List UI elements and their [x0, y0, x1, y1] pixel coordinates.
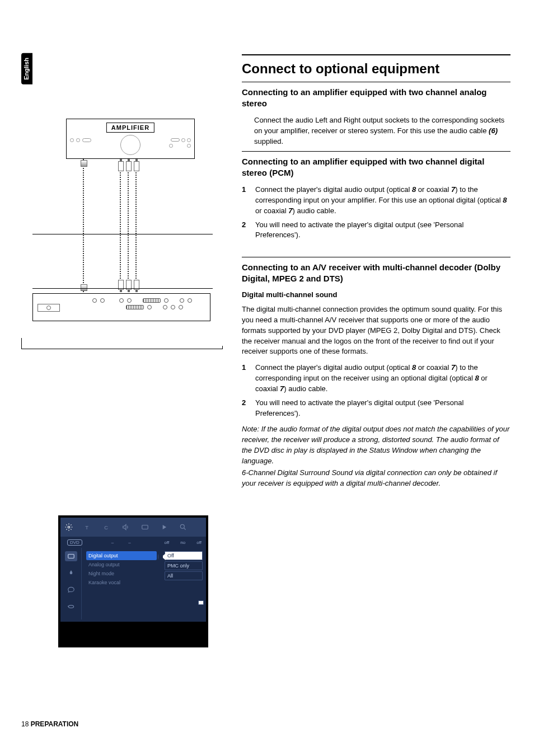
osd-left-nav	[60, 548, 82, 619]
footer: 18 PREPARATION	[21, 720, 78, 728]
status-value: no	[180, 540, 185, 545]
amplifier-box: AMPLIFIER	[66, 119, 195, 159]
amplifier-label: AMPLIFIER	[106, 123, 154, 133]
socket-ref: 8	[475, 374, 479, 382]
osd-screenshot: T C DVD –– off no off Digital	[58, 515, 208, 647]
cable-icon	[120, 159, 121, 292]
body-text: Connect the audio Left and Right output …	[254, 115, 510, 147]
menu-item: Digital output	[86, 551, 157, 560]
text: ) audio cable.	[284, 384, 327, 393]
option-item: PMC only	[165, 561, 203, 570]
audio-tab-icon	[65, 568, 77, 578]
note-text: 6-Channel Digital Surround Sound via dig…	[242, 468, 510, 489]
svg-line-8	[68, 606, 68, 607]
option-item: All	[165, 571, 203, 580]
osd-status-row: DVD –– off no off	[60, 537, 206, 548]
disc-tray-icon	[38, 304, 60, 312]
text: Connect the player's digital audio outpu…	[255, 363, 412, 372]
settings-icon	[65, 523, 73, 531]
cable-icon	[83, 159, 84, 292]
svg-rect-3	[142, 525, 148, 529]
osd-topbar: T C	[60, 518, 206, 537]
svg-line-5	[184, 528, 186, 530]
svg-point-0	[68, 526, 70, 528]
status-value: off	[165, 540, 170, 545]
section-multichannel: Connecting to an A/V receiver with multi…	[242, 257, 510, 489]
osd-options: Off PMC only All	[161, 548, 206, 619]
status-value: off	[196, 540, 202, 545]
language-tab: English	[21, 53, 32, 84]
text: or coaxial	[255, 206, 288, 215]
zoom-icon	[179, 523, 187, 531]
svg-point-7	[68, 605, 73, 608]
page-number: 18	[21, 720, 29, 728]
diagram-rule	[32, 234, 213, 234]
list-item: 1 Connect the player's digital audio out…	[242, 363, 510, 395]
diagram-frame	[21, 338, 22, 346]
text: or coaxial	[416, 185, 451, 194]
svg-point-4	[180, 524, 184, 528]
menu-item: Night mode	[86, 569, 157, 578]
text: You will need to activate the player's d…	[255, 220, 463, 240]
language-tab-icon	[65, 585, 77, 595]
cable-icon	[128, 159, 129, 292]
section-digital-stereo: Connecting to an amplifier equipped with…	[242, 151, 510, 244]
text: ) audio cable.	[292, 206, 336, 215]
svg-rect-6	[68, 555, 74, 558]
section-heading: Connecting to an amplifier equipped with…	[242, 82, 510, 109]
video-tab-icon	[65, 551, 77, 561]
nav-hint-icon	[198, 600, 204, 605]
subtitle-icon	[141, 523, 149, 531]
features-tab-icon	[65, 602, 77, 612]
text: Connect the audio Left and Right output …	[254, 116, 504, 135]
dvd-player-box	[32, 293, 210, 321]
list-item: 1 Connect the player's digital audio out…	[242, 185, 510, 217]
section-analog-stereo: Connecting to an amplifier equipped with…	[242, 82, 510, 147]
pointer-icon	[158, 553, 166, 560]
list-item: 2You will need to activate the player's …	[242, 398, 510, 419]
cable-ref: (6)	[489, 126, 498, 135]
audio-icon	[122, 523, 130, 531]
text: Connect the player's digital audio outpu…	[255, 185, 412, 194]
footer-section: PREPARATION	[31, 720, 79, 728]
text: supplied.	[254, 137, 283, 145]
body-text: The digital multi-channel connection pro…	[242, 304, 510, 357]
diagram-base	[21, 346, 223, 349]
wiring-diagram: AMPLIFIER	[32, 119, 210, 342]
list-item: 2You will need to activate the player's …	[242, 220, 510, 241]
text: You will need to activate the player's d…	[255, 398, 463, 417]
note-text: Note: If the audio format of the digital…	[242, 424, 510, 466]
section-heading: Connecting to an A/V receiver with multi…	[242, 257, 510, 284]
amplifier-knob-icon	[120, 135, 140, 155]
play-icon	[160, 523, 168, 531]
svg-text:T: T	[85, 525, 88, 530]
title-icon: T	[84, 523, 92, 531]
osd-menu: Digital output Analog output Night mode …	[82, 548, 161, 619]
amplifier-sockets-left	[70, 138, 91, 142]
cable-icon	[135, 159, 137, 292]
dvd-rear-panel	[92, 298, 205, 317]
diagram-rule	[32, 288, 213, 289]
section-heading: Connecting to an amplifier equipped with…	[242, 151, 510, 178]
page-title: Connect to optional equipment	[242, 54, 510, 77]
svg-text:C: C	[104, 525, 108, 530]
option-item: Off	[165, 551, 203, 560]
cable-area	[66, 159, 195, 293]
socket-ref: 8	[503, 196, 507, 204]
chapter-icon: C	[103, 523, 111, 531]
amplifier-sockets-right	[169, 138, 191, 148]
disc-label: DVD	[67, 539, 82, 546]
menu-item: Analog output	[86, 560, 157, 569]
sub-heading: Digital multi-channel sound	[242, 290, 510, 299]
menu-item: Karaoke vocal	[86, 578, 157, 587]
text: or coaxial	[416, 363, 451, 372]
